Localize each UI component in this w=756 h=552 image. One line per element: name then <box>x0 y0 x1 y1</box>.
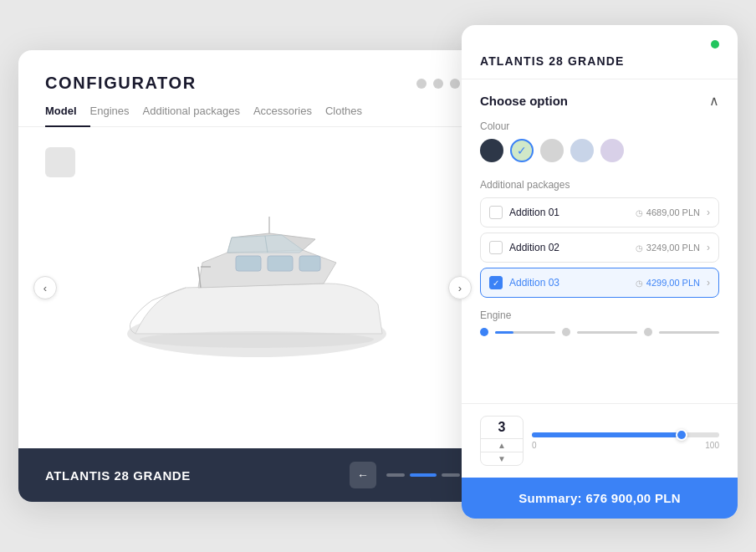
footer-progress-dots <box>386 473 460 477</box>
configurator-title: CONFIGURATOR <box>45 74 197 93</box>
price-icon-2: ◷ <box>636 243 643 253</box>
range-labels: 0 100 <box>532 441 719 450</box>
range-fill <box>532 432 682 437</box>
next-image-button[interactable]: › <box>448 276 472 299</box>
package-price-1: ◷ 4689,00 PLN <box>636 207 700 217</box>
choose-option-title: Choose option <box>480 94 568 108</box>
package-checkbox-1[interactable] <box>489 206 503 219</box>
check-icon: ✓ <box>517 144 527 157</box>
price-icon-1: ◷ <box>636 208 643 217</box>
engine-label: Engine <box>480 309 719 321</box>
dot-2 <box>433 79 443 89</box>
engine-track-2 <box>577 331 637 334</box>
nav-tabs: Model Engines Additional packages Access… <box>18 93 487 127</box>
window-controls <box>416 79 460 89</box>
price-icon-3: ◷ <box>636 279 643 288</box>
options-footer: 3 ▲ ▼ 0 100 <box>462 403 738 478</box>
svg-point-7 <box>140 331 374 348</box>
package-row-2[interactable]: Addition 02 ◷ 3249,00 PLN › <box>480 233 719 263</box>
package-row-1[interactable]: Addition 01 ◷ 4689,00 PLN › <box>480 197 719 227</box>
options-card: ATLANTIS 28 GRANDE Choose option ∧ Colou… <box>462 25 738 519</box>
package-price-3: ◷ 4299,00 PLN <box>636 278 700 288</box>
status-row <box>480 40 719 49</box>
right-card-boat-name: ATLANTIS 28 GRANDE <box>480 54 624 68</box>
svg-rect-2 <box>268 256 293 271</box>
footer-navigation: ← <box>350 462 460 488</box>
engine-track-3 <box>659 331 719 334</box>
engine-track-fill-1 <box>495 331 513 334</box>
options-body: Choose option ∧ Colour ✓ Additional pack… <box>462 79 738 403</box>
options-card-header: ATLANTIS 28 GRANDE <box>462 25 738 79</box>
package-price-2: ◷ 3249,00 PLN <box>636 243 700 253</box>
quantity-buttons: ▲ ▼ <box>481 438 523 465</box>
tab-engines[interactable]: Engines <box>90 105 143 127</box>
swatch-green[interactable]: ✓ <box>510 139 534 162</box>
engine-dot-active <box>480 328 488 336</box>
package-checkbox-3[interactable] <box>489 276 503 289</box>
additional-packages-label: Additional packages <box>480 179 719 191</box>
package-arrow-1: › <box>707 207 710 218</box>
engine-dot-1 <box>562 328 570 336</box>
range-max-label: 100 <box>705 441 719 450</box>
swatch-dark[interactable] <box>480 139 503 162</box>
package-name-2: Addition 02 <box>509 242 629 253</box>
tab-additional-packages[interactable]: Additional packages <box>143 105 253 127</box>
boat-image-area: ‹ <box>18 127 487 448</box>
footer-boat-name: ATLANTIS 28 GRANDE <box>45 468 191 483</box>
package-name-3: Addition 03 <box>509 277 629 289</box>
engine-track-1 <box>495 331 555 334</box>
dot-1 <box>416 79 427 89</box>
quantity-box: 3 ▲ ▼ <box>480 416 524 466</box>
quantity-value: 3 <box>498 417 506 438</box>
thumbnail-selector[interactable] <box>45 147 75 177</box>
package-checkbox-2[interactable] <box>489 241 503 254</box>
footer-back-button[interactable]: ← <box>350 462 376 488</box>
prev-image-button[interactable]: ‹ <box>33 276 57 299</box>
collapse-button[interactable]: ∧ <box>709 93 719 109</box>
svg-rect-1 <box>236 256 261 271</box>
range-min-label: 0 <box>532 441 537 450</box>
tab-clothes[interactable]: Clothes <box>325 105 375 127</box>
package-name-1: Addition 01 <box>509 207 629 218</box>
range-thumb[interactable] <box>676 429 687 441</box>
quantity-down-button[interactable]: ▼ <box>481 452 523 465</box>
tab-accessories[interactable]: Accessories <box>253 105 325 127</box>
configurator-card: CONFIGURATOR Model Engines Additional pa… <box>18 50 487 502</box>
svg-rect-3 <box>299 256 320 271</box>
progress-dot-2 <box>410 473 437 477</box>
swatch-lavender[interactable] <box>600 139 624 162</box>
package-arrow-3: › <box>707 277 710 289</box>
configurator-header: CONFIGURATOR <box>18 50 487 93</box>
colour-label: Colour <box>480 120 719 132</box>
swatch-gray[interactable] <box>540 139 564 162</box>
boat-image <box>94 196 411 380</box>
package-row-3[interactable]: Addition 03 ◷ 4299,00 PLN › <box>480 268 719 298</box>
range-track[interactable] <box>532 432 719 437</box>
swatch-blue-gray[interactable] <box>570 139 594 162</box>
quantity-up-button[interactable]: ▲ <box>481 438 523 452</box>
choose-option-header: Choose option ∧ <box>480 93 719 109</box>
engine-slider <box>480 328 719 336</box>
engine-dot-2 <box>644 328 652 336</box>
scene: CONFIGURATOR Model Engines Additional pa… <box>18 25 738 527</box>
boat-svg <box>102 204 403 371</box>
progress-dot-3 <box>442 473 460 477</box>
color-swatches: ✓ <box>480 139 719 162</box>
progress-dot-1 <box>386 473 405 477</box>
tab-model[interactable]: Model <box>45 105 90 127</box>
online-status-dot <box>711 40 719 49</box>
package-arrow-2: › <box>707 242 710 253</box>
dot-3 <box>450 79 460 89</box>
range-wrap: 0 100 <box>532 432 719 450</box>
summary-button[interactable]: Summary: 676 900,00 PLN <box>462 478 738 519</box>
configurator-footer: ATLANTIS 28 GRANDE ← <box>18 448 487 502</box>
